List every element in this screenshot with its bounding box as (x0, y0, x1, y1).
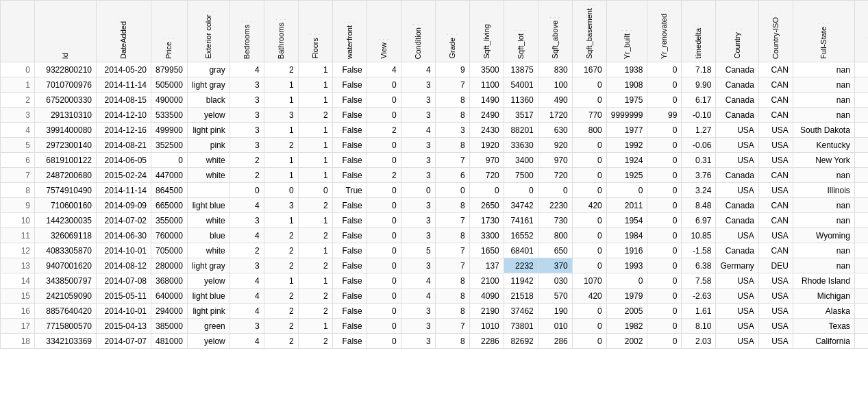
column-header-state[interactable]: · · ·State (854, 1, 868, 62)
cell-condition: 3 (401, 198, 435, 213)
column-header-countryISO[interactable]: · · ·Country-ISO (758, 1, 793, 62)
column-header-id[interactable]: · · ·Id (35, 1, 97, 62)
col-label-sqftLiving: Sqft_living (482, 24, 491, 59)
cell-price: 447000 (151, 168, 188, 183)
table-row[interactable]: 113260691182014-06-30760000blue422False0… (1, 228, 869, 243)
cell-exteriorColor: yelow (188, 273, 230, 289)
cell-price: 294000 (151, 304, 188, 319)
column-header-country[interactable]: · · ·Country (716, 1, 758, 62)
cell-fullState: South Dakota (793, 123, 854, 138)
column-header-yrRenovated[interactable]: · · ·Yr_renovated (647, 1, 682, 62)
cell-countryISO: USA (758, 228, 793, 243)
cell-floors: 1 (298, 168, 332, 183)
cell-fullState: Texas (793, 319, 854, 334)
cell-countryISO: USA (758, 273, 793, 289)
cell-sqftAbove: 010 (538, 319, 572, 334)
cell-price: 760000 (151, 228, 188, 243)
column-header-price[interactable]: · · ·Price (151, 1, 188, 62)
cell-grade: 8 (435, 108, 469, 123)
cell-bedrooms: 4 (230, 273, 264, 289)
table-row[interactable]: 1240833058702014-10-01705000white221Fals… (1, 243, 869, 258)
column-header-sqftAbove[interactable]: · · ·Sqft_above (538, 1, 572, 62)
column-header-idx[interactable] (1, 1, 35, 62)
cell-floors: 1 (298, 213, 332, 228)
cell-yrRenovated: 0 (647, 123, 682, 138)
cell-yrBuilt: 1982 (606, 319, 647, 334)
column-header-fullState[interactable]: · · ·Full-State (793, 1, 854, 62)
cell-exteriorColor: yelow (188, 108, 230, 123)
cell-dateAdded: 2015-02-24 (97, 168, 151, 183)
cell-yrRenovated: 99 (647, 108, 682, 123)
column-header-yrBuilt[interactable]: · · ·Yr_built (606, 1, 647, 62)
table-row[interactable]: 1434385007972014-07-08368000yelow411Fals… (1, 273, 869, 289)
cell-yrBuilt: 1908 (606, 77, 647, 93)
cell-yrBuilt: 2011 (606, 198, 647, 213)
table-row[interactable]: 32913103102014-12-10533500yelow332False0… (1, 108, 869, 123)
cell-sqftLot: 3400 (504, 153, 538, 168)
cell-exteriorColor: light pink (188, 123, 230, 138)
cell-id: 7574910490 (35, 183, 97, 198)
table-row[interactable]: 439914000802014-12-16499900light pink311… (1, 123, 869, 138)
table-row[interactable]: 1688576404202014-10-01294000light pink42… (1, 304, 869, 319)
cell-condition: 3 (401, 168, 435, 183)
column-header-exteriorColor[interactable]: · · ·Exterior color (188, 1, 230, 62)
table-row[interactable]: 170107009762014-11-14505000light gray311… (1, 77, 869, 93)
column-header-view[interactable]: · · ·View (367, 1, 401, 62)
cell-sqftLiving: 3500 (469, 62, 504, 77)
cell-condition: 4 (401, 62, 435, 77)
cell-sqftLiving: 1100 (469, 77, 504, 93)
table-row[interactable]: 1777158005702015-04-13385000green321Fals… (1, 319, 869, 334)
column-header-waterfront[interactable]: · · ·waterfront (332, 1, 367, 62)
cell-sqftLiving: 1650 (469, 243, 504, 258)
table-row[interactable]: 668191001222014-06-050white211False03797… (1, 153, 869, 168)
cell-state: nan (854, 77, 868, 93)
cell-exteriorColor: yelow (188, 334, 230, 349)
cell-waterfront: False (332, 213, 367, 228)
cell-price: 368000 (151, 273, 188, 289)
column-header-condition[interactable]: · · ·Condition (401, 1, 435, 62)
cell-condition: 3 (401, 153, 435, 168)
cell-state: WY (854, 228, 868, 243)
table-row[interactable]: 97106001602014-09-09665000light blue432F… (1, 198, 869, 213)
table-row[interactable]: 1394070016202014-08-12280000light gray32… (1, 258, 869, 273)
cell-waterfront: False (332, 168, 367, 183)
cell-sqftLiving: 1920 (469, 138, 504, 153)
cell-sqftAbove: 730 (538, 213, 572, 228)
table-row[interactable]: 724872006802015-02-24447000white211False… (1, 168, 869, 183)
table-row[interactable]: 875749104902014-11-14864500000True000000… (1, 183, 869, 198)
cell-exteriorColor: black (188, 93, 230, 108)
cell-condition: 3 (401, 138, 435, 153)
table-row[interactable]: 1014423000352014-07-02355000white311Fals… (1, 213, 869, 228)
column-header-sqftLiving[interactable]: · · ·Sqft_living (469, 1, 504, 62)
cell-sqftLot: 7500 (504, 168, 538, 183)
cell-view: 4 (367, 62, 401, 77)
col-label-countryISO: Country-ISO (771, 17, 780, 59)
column-header-floors[interactable]: · · ·Floors (298, 1, 332, 62)
cell-fullState: nan (793, 213, 854, 228)
cell-exteriorColor: white (188, 153, 230, 168)
column-header-sqftBasement[interactable]: · · ·Sqft_basement (572, 1, 606, 62)
cell-view: 0 (367, 334, 401, 349)
cell-yrBuilt: 1977 (606, 123, 647, 138)
table-row[interactable]: 529723001402014-08-21352500pink321False0… (1, 138, 869, 153)
cell-bedrooms: 0 (230, 183, 264, 198)
cell-state: nan (854, 243, 868, 258)
col-label-grade: Grade (448, 38, 457, 59)
col-label-timedelta: timedelta (694, 28, 703, 59)
col-label-yrRenovated: Yr_renovated (660, 14, 669, 59)
table-row[interactable]: 1524210590902015-05-11640000light blue42… (1, 289, 869, 304)
cell-bathrooms: 1 (264, 93, 298, 108)
table-row[interactable]: 267520003302014-08-15490000black311False… (1, 93, 869, 108)
table-row[interactable]: 1833421033692014-07-07481000yelow422Fals… (1, 334, 869, 349)
column-header-bedrooms[interactable]: · · ·Bedrooms (230, 1, 264, 62)
column-header-grade[interactable]: · · ·Grade (435, 1, 469, 62)
column-header-dateAdded[interactable]: · · ·DateAdded (97, 1, 151, 62)
column-header-timedelta[interactable]: · · ·timedelta (682, 1, 716, 62)
column-header-sqftLot[interactable]: · · ·Sqft_lot (504, 1, 538, 62)
cell-countryISO: USA (758, 123, 793, 138)
cell-price: 280000 (151, 258, 188, 273)
cell-sqftLiving: 970 (469, 153, 504, 168)
cell-timedelta: -0.10 (682, 108, 716, 123)
column-header-bathrooms[interactable]: · · ·Bathrooms (264, 1, 298, 62)
table-row[interactable]: 093228002102014-05-20879950gray421False4… (1, 62, 869, 77)
